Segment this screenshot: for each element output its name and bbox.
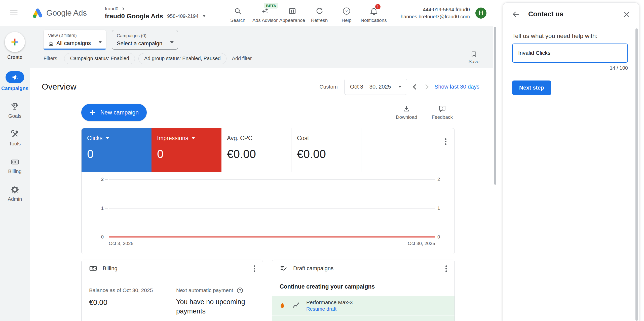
date-range-selector[interactable]: Oct 3 – 30, 2025 [344,79,407,95]
draft-row-performance-max-3[interactable]: Performance Max-3 Resume draft [272,296,454,315]
download-button[interactable]: Download [396,105,417,120]
impressions-zero-line [109,236,435,237]
download-icon [403,105,410,112]
avatar[interactable]: H [475,8,486,19]
chevron-right-icon [122,7,124,10]
help-circle-icon[interactable] [237,288,243,293]
list-edit-icon [280,264,288,272]
banknote-icon [89,264,97,272]
filters-label: Filters [44,56,57,61]
chart-card-menu[interactable] [445,138,446,145]
sidebar-item-campaigns[interactable]: Campaigns [1,71,28,91]
metric-tile-cost[interactable]: Cost €0.00 [291,128,361,172]
y-tick-left-1: 1 [94,206,104,211]
next-payment-value: You have no upcoming payments [176,297,252,316]
metric-tile-clicks[interactable]: Clicks 0 [82,128,151,172]
hamburger-menu-icon[interactable] [10,9,18,17]
topbar-divider [394,5,394,21]
create-button[interactable] [5,32,25,52]
x-label-start: Oct 3, 2025 [109,241,133,246]
search-button[interactable]: Search [224,3,251,23]
avg-cpc-value: €0.00 [227,147,286,161]
campaign-select-value: Select a campaign [117,40,162,47]
refresh-button[interactable]: Refresh [306,3,333,23]
save-button[interactable]: Save [469,51,479,64]
filter-bar: Filters Campaign status: Enabled Ad grou… [44,53,479,64]
back-arrow-icon[interactable] [512,10,520,18]
drafts-heading: Continue creating your campaigns [272,277,454,296]
y-tick-left-0: 0 [94,234,104,240]
balance-value: €0.00 [89,298,167,307]
actions-row: New campaign Download [81,104,455,121]
show-last-30-days-link[interactable]: Show last 30 days [434,84,479,90]
y-tick-right-0: 0 [437,234,447,240]
trophy-icon [11,102,19,111]
help-button[interactable]: Help [333,3,360,23]
draft-flame-icon [279,302,286,309]
sidebar-label-billing: Billing [8,169,21,174]
sidebar-item-admin[interactable]: Admin [8,185,22,202]
appearance-icon [288,7,296,15]
bookmark-save-icon [470,51,477,58]
account-info: 444-019-5694 fraud0 hannes.bretnuetz@fra… [401,6,470,20]
gridline-2 [109,179,435,180]
ads-advisor-button[interactable]: BETA Ads Advisor [251,3,279,23]
metric-tile-avg-cpc[interactable]: Avg. CPC €0.00 [221,128,291,172]
caret-down-icon[interactable] [203,15,206,17]
breadcrumb: fraud0 fraud0 Google Ads 958-409-2194 [105,6,205,20]
metric-tile-impressions[interactable]: Impressions 0 [151,128,221,172]
contact-panel-header: Contact us [503,3,639,26]
billing-card-menu[interactable] [254,265,255,272]
time-series-chart: 2 1 0 2 1 0 Oct 3, 2025 Oct 30, 2025 [82,172,454,254]
help-topic-input[interactable] [512,44,628,63]
close-icon[interactable] [623,11,630,18]
view-value: All campaigns [56,40,91,47]
campaign-selector[interactable]: Campaigns (0) Select a campaign [112,30,178,50]
caret-down-icon [170,41,174,44]
appearance-button[interactable]: Appearance [279,3,306,23]
tick-stub [105,179,108,180]
logo-text: Google Ads [46,8,87,18]
sidebar-label-admin: Admin [8,196,22,202]
plus-icon [89,109,96,116]
account-id: 958-409-2194 [167,13,199,19]
sidebar-item-goals[interactable]: Goals [8,102,21,119]
next-period-button[interactable] [423,84,429,89]
contact-prompt: Tell us what you need help with: [512,32,630,39]
sidebar-item-tools[interactable]: Tools [9,130,21,147]
main-scrollbar-thumb[interactable] [494,27,496,185]
x-tick [109,238,109,240]
drafts-card-menu[interactable] [445,265,447,272]
beta-badge: BETA [264,3,278,9]
breadcrumb-parent[interactable]: fraud0 [105,6,118,12]
gridline-1 [109,208,435,209]
previous-period-button[interactable] [413,84,418,89]
help-icon [343,7,350,15]
next-step-button[interactable]: Next step [512,81,551,95]
billing-card-title: Billing [103,265,118,272]
filter-chip-adgroup-status[interactable]: Ad group status: Enabled, Paused [138,53,226,64]
view-selector[interactable]: View (2 filters) All campaigns [44,30,106,50]
filter-chip-campaign-status[interactable]: Campaign status: Enabled [64,53,135,64]
contact-panel-scrollbar-thumb[interactable] [635,28,638,321]
draft-row-performance-max-2[interactable]: Performance Max-2 [272,315,454,321]
y-tick-right-1: 1 [437,206,447,211]
google-ads-logo[interactable]: Google Ads [32,7,87,19]
feedback-button[interactable]: Feedback [432,105,453,120]
resume-draft-link[interactable]: Resume draft [306,306,353,312]
notifications-button[interactable]: Notifications [360,3,387,23]
caret-down-icon[interactable] [192,137,195,139]
account-name[interactable]: fraud0 Google Ads [105,12,163,20]
draft-name: Performance Max-3 [306,299,353,305]
main-scrollbar[interactable] [493,26,497,321]
sidebar-item-create[interactable]: Create [5,32,25,60]
sidebar: Create Campaigns [0,26,30,321]
new-campaign-button[interactable]: New campaign [81,104,147,121]
sidebar-item-billing[interactable]: Billing [8,158,21,174]
add-filter-button[interactable]: Add filter [232,56,252,61]
caret-down-icon [398,86,401,88]
caret-down-icon[interactable] [106,137,109,139]
tools-icon [11,130,19,139]
gear-icon [11,185,19,194]
y-tick-left-2: 2 [94,177,104,182]
